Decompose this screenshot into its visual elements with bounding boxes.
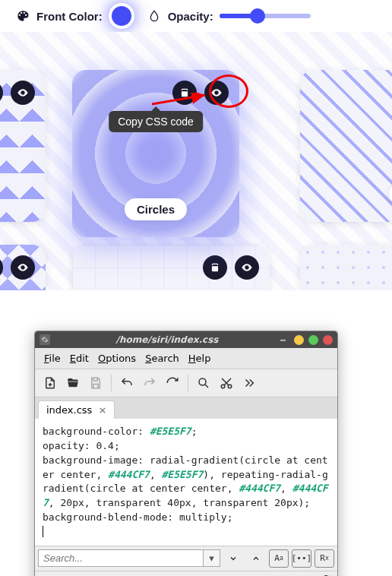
palette-icon [15,8,30,24]
find-prev-button[interactable] [246,549,266,568]
front-color-label: Front Color: [36,10,103,23]
more-button[interactable] [239,372,260,394]
copy-css-button[interactable] [172,81,197,105]
menu-file[interactable]: File [41,351,64,366]
undo-button[interactable] [116,372,138,394]
new-file-button[interactable] [40,372,61,394]
droplet-icon [147,8,162,24]
top-controls: Front Color: Opacity: [0,0,392,32]
statusbar: Encoding: UTF-8 Syntax: css Lines: 5 Sel… [35,571,337,576]
pattern-card-circles[interactable]: Copy CSS code Circles [72,70,239,237]
gear-icon [40,334,50,345]
opacity-label: Opacity: [168,10,213,23]
menu-search[interactable]: Search [142,351,182,366]
copy-tooltip: Copy CSS code [109,111,203,132]
findbar: ▾ Aa [••] Rx [35,546,337,571]
search-input[interactable] [38,549,204,567]
match-case-button[interactable]: Aa [269,549,289,568]
search-history-dropdown[interactable]: ▾ [204,549,220,567]
tab-close-icon[interactable]: × [98,404,106,416]
opacity-slider[interactable] [220,11,311,21]
pattern-card[interactable]: Dia [300,70,392,222]
preview-button[interactable] [11,255,35,280]
pattern-name-label: Circles [125,198,187,220]
open-file-button[interactable] [62,372,84,394]
menu-edit[interactable]: Edit [67,351,92,366]
pattern-card[interactable] [0,70,46,222]
toolbar [35,369,337,397]
preview-button[interactable] [235,255,259,280]
close-dot[interactable] [323,335,333,345]
code-editor[interactable]: background-color: #E5E5F7; opacity: 0.4;… [35,419,337,546]
find-button[interactable] [193,372,214,394]
pattern-card[interactable] [72,245,270,290]
window-title: /home/siri/index.css [55,334,280,345]
titlebar[interactable]: /home/siri/index.css – [35,331,337,348]
file-tab[interactable]: index.css × [38,400,115,419]
svg-point-1 [199,378,206,385]
copy-css-button[interactable] [203,255,227,280]
minimize-dot[interactable] [294,335,304,345]
pattern-gallery: Copy CSS code Circles Dia [0,32,392,290]
copy-css-button[interactable] [0,255,3,280]
cut-button[interactable] [216,372,237,394]
tab-label: index.css [46,404,92,416]
front-color-control: Front Color: [15,6,131,26]
whole-word-button[interactable]: [••] [292,549,311,568]
front-color-swatch[interactable] [112,6,131,26]
find-next-button[interactable] [223,549,243,568]
copy-css-button[interactable] [0,81,3,105]
reload-button[interactable] [162,372,183,394]
minimize-button[interactable]: – [280,336,289,343]
menubar: File Edit Options Search Help [35,348,337,369]
preview-button[interactable] [204,81,229,105]
pattern-card[interactable] [300,245,392,290]
opacity-control: Opacity: [147,8,311,24]
menu-options[interactable]: Options [95,351,139,366]
tabbar: index.css × [35,397,337,419]
preview-button[interactable] [11,81,35,105]
pattern-card[interactable] [0,245,46,290]
save-button[interactable] [85,372,106,394]
menu-help[interactable]: Help [185,351,214,366]
regex-button[interactable]: Rx [315,549,334,568]
maximize-dot[interactable] [308,335,318,345]
redo-button[interactable] [139,372,160,394]
editor-window: /home/siri/index.css – File Edit Options… [34,331,338,576]
